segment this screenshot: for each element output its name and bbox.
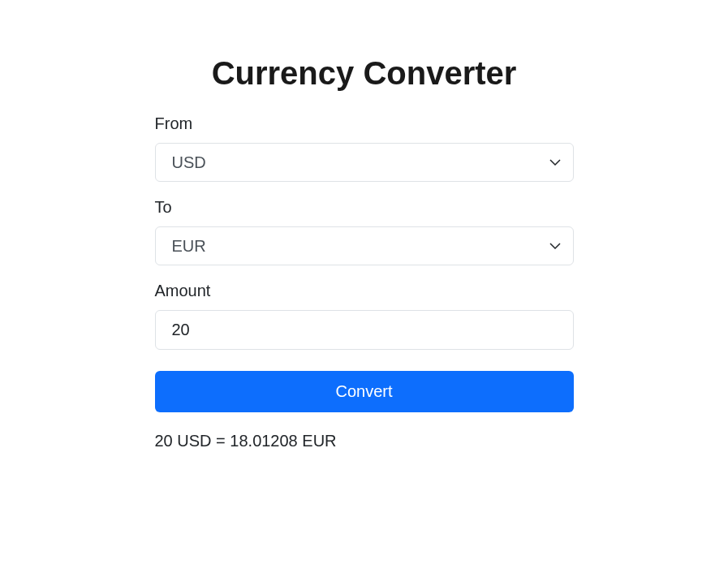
amount-label: Amount: [155, 282, 574, 300]
converter-container: Currency Converter From USD To EUR: [145, 55, 584, 450]
to-select-wrapper: EUR: [155, 226, 574, 265]
from-group: From USD: [155, 114, 574, 182]
amount-input[interactable]: [155, 310, 574, 350]
from-label: From: [155, 114, 574, 133]
from-currency-select[interactable]: USD: [155, 143, 574, 182]
result-text: 20 USD = 18.01208 EUR: [155, 432, 574, 450]
to-currency-select[interactable]: EUR: [155, 226, 574, 265]
convert-button[interactable]: Convert: [155, 371, 574, 412]
amount-group: Amount: [155, 282, 574, 350]
from-select-wrapper: USD: [155, 143, 574, 182]
page-title: Currency Converter: [155, 55, 574, 92]
to-group: To EUR: [155, 198, 574, 265]
to-label: To: [155, 198, 574, 217]
